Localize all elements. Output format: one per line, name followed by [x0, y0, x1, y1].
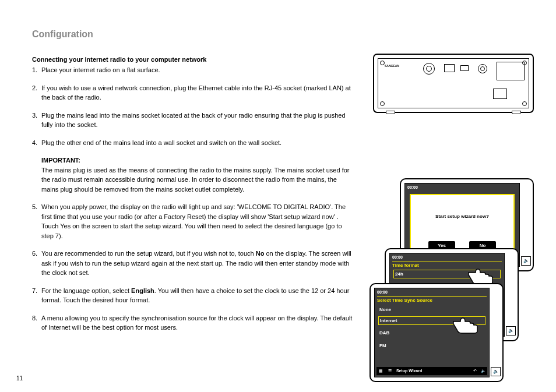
option-fm[interactable]: FM: [378, 342, 485, 349]
screen-time-sync: 00:00 Select Time Sync Source None Inter…: [370, 283, 504, 382]
important-text: The mains plug is used as the means of c…: [41, 167, 350, 193]
important-note: IMPORTANT: The mains plug is used as the…: [41, 156, 356, 194]
wizard-question: Start setup wizard now?: [411, 214, 513, 219]
step-7: 7.For the language option, select Englis…: [32, 286, 356, 305]
grid-icon[interactable]: ▦: [376, 367, 385, 375]
screen-footer: ▦ ☰ Setup Wizard 🔈 ↶: [376, 367, 487, 375]
page-number: 11: [16, 375, 23, 382]
pointing-hand-icon: [467, 264, 493, 285]
important-label: IMPORTANT:: [41, 156, 356, 165]
speaker-icon[interactable]: 🔈: [479, 367, 487, 375]
speaker-icon[interactable]: 🔈: [521, 256, 531, 266]
menu-icon[interactable]: ☰: [386, 367, 394, 375]
clock-label: 00:00: [392, 255, 403, 259]
speaker-icon[interactable]: 🔈: [506, 326, 516, 336]
step-3: 3.Plug the mains lead into the mains soc…: [32, 111, 356, 130]
speaker-icon[interactable]: 🔈: [491, 367, 501, 376]
step-1: 1.Place your internet radio on a flat su…: [32, 65, 356, 75]
section-heading: Configuration: [32, 29, 356, 40]
footer-label: Setup Wizard: [396, 367, 422, 375]
lan-port-icon: [444, 64, 455, 72]
power-inlet-icon: [493, 89, 507, 99]
step-6: 6.You are recommended to run the setup w…: [32, 249, 356, 278]
clock-label: 00:00: [377, 290, 388, 294]
back-icon[interactable]: ↶: [471, 367, 479, 375]
step-5: 5.When you apply power, the display on t…: [32, 202, 356, 241]
time-format-title: Time format: [392, 263, 419, 268]
option-none[interactable]: None: [378, 306, 485, 313]
subheading: Connecting your internet radio to your c…: [32, 56, 356, 63]
instruction-list: 1.Place your internet radio on a flat su…: [32, 65, 356, 147]
instruction-list-cont: 5.When you apply power, the display on t…: [32, 202, 356, 333]
radio-back-panel-illustration: SANGEAN: [373, 54, 534, 113]
sync-title: Select Time Sync Source: [377, 298, 432, 303]
step-4: 4.Plug the other end of the mains lead i…: [32, 138, 356, 148]
brand-label: SANGEAN: [385, 64, 399, 68]
clock-label: 00:00: [407, 185, 418, 189]
usb-port-icon: [460, 65, 469, 71]
pointing-hand-icon: [452, 313, 478, 334]
compliance-label-icon: [497, 62, 525, 80]
step-2: 2.If you wish to use a wired network con…: [32, 83, 356, 103]
step-8: 8.A menu allowing you to specify the syn…: [32, 313, 356, 333]
